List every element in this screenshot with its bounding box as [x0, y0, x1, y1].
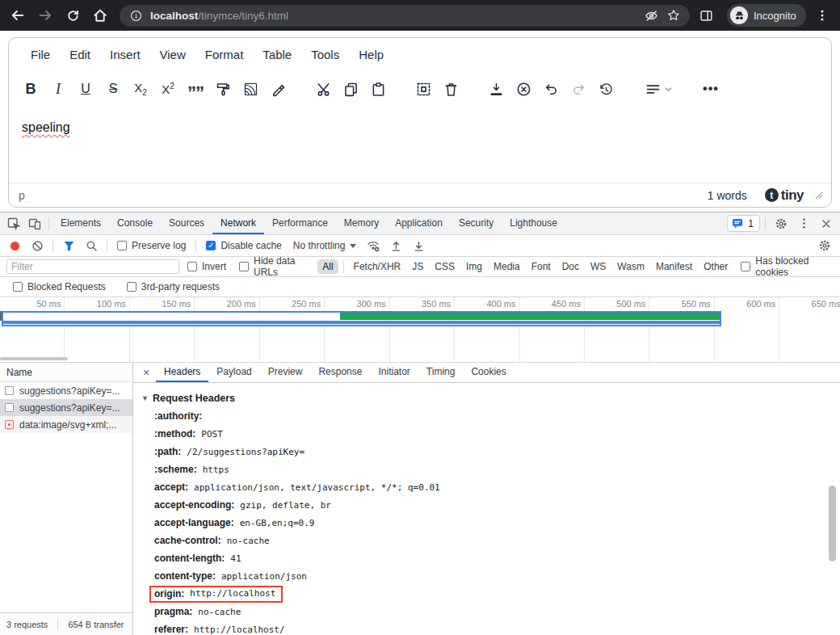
preserve-log-control[interactable]: Preserve log: [112, 240, 191, 251]
toolbar-more-options-button[interactable]: •••: [697, 75, 724, 103]
request-row[interactable]: data:image/svg+xml;...: [0, 416, 132, 433]
toolbar-strikethrough-button[interactable]: S: [99, 75, 127, 103]
toolbar-align-left-dropdown-button[interactable]: [637, 75, 679, 103]
filter-type-media[interactable]: Media: [489, 259, 525, 274]
details-tab-preview[interactable]: Preview: [260, 363, 311, 382]
requests-name-header[interactable]: Name: [0, 363, 132, 382]
disable-cache-control[interactable]: ✓ Disable cache: [201, 240, 286, 251]
toolbar-subscript-button[interactable]: X2: [127, 75, 154, 103]
resize-grip-icon[interactable]: [815, 191, 823, 200]
invert-control[interactable]: Invert: [183, 261, 231, 272]
toolbar-copy-button[interactable]: [337, 75, 364, 103]
filter-type-wasm[interactable]: Wasm: [612, 259, 649, 274]
toolbar-underline-button[interactable]: U: [72, 75, 99, 103]
menu-tools[interactable]: Tools: [302, 43, 348, 66]
menu-file[interactable]: File: [22, 43, 59, 66]
back-icon[interactable]: [6, 4, 29, 27]
devtools-close-icon[interactable]: [816, 215, 837, 233]
devtools-tab-security[interactable]: Security: [451, 212, 502, 234]
details-close-icon[interactable]: ×: [138, 364, 154, 381]
devtools-tab-console[interactable]: Console: [109, 212, 161, 234]
overview-waterfall-bar[interactable]: [2, 311, 721, 326]
toolbar-blockquote-button[interactable]: ””: [182, 75, 209, 103]
request-row[interactable]: suggestions?apiKey=...: [0, 399, 132, 416]
toolbar-bold-button[interactable]: B: [17, 75, 44, 103]
toolbar-select-all-button[interactable]: [410, 75, 437, 103]
third-party-checkbox[interactable]: [127, 282, 136, 292]
browser-menu-icon[interactable]: [811, 4, 834, 27]
menu-help[interactable]: Help: [350, 43, 393, 66]
request-row[interactable]: suggestions?apiKey=...: [0, 382, 132, 399]
toolbar-cancel-button[interactable]: [510, 75, 537, 103]
devtools-tab-lighthouse[interactable]: Lighthouse: [502, 212, 565, 234]
devtools-tab-elements[interactable]: Elements: [52, 212, 109, 234]
menu-view[interactable]: View: [151, 43, 195, 66]
details-tab-timing[interactable]: Timing: [418, 363, 464, 382]
devtools-menu-icon[interactable]: [793, 215, 814, 233]
overview-scroll-thumb[interactable]: [0, 357, 68, 360]
toolbar-redo-button[interactable]: [565, 75, 592, 103]
filter-type-doc[interactable]: Doc: [557, 259, 584, 274]
third-party-control[interactable]: 3rd-party requests: [122, 281, 225, 292]
filter-type-other[interactable]: Other: [699, 259, 733, 274]
toolbar-save-button[interactable]: [482, 75, 510, 103]
details-tab-initiator[interactable]: Initiator: [370, 363, 418, 382]
details-tab-payload[interactable]: Payload: [208, 363, 259, 382]
issues-badge[interactable]: 1: [727, 215, 760, 232]
toolbar-italic-button[interactable]: I: [44, 75, 72, 103]
toolbar-undo-button[interactable]: [537, 75, 565, 103]
devtools-tab-network[interactable]: Network: [212, 212, 264, 234]
incognito-badge[interactable]: Incognito: [727, 4, 806, 27]
forward-icon[interactable]: [34, 4, 57, 27]
invert-checkbox[interactable]: [187, 262, 197, 271]
details-scrollbar-thumb[interactable]: [829, 486, 836, 561]
disable-cache-checkbox[interactable]: ✓: [206, 241, 216, 250]
throttling-dropdown[interactable]: No throttling: [288, 240, 362, 251]
devtools-tab-application[interactable]: Application: [387, 212, 451, 234]
site-info-icon[interactable]: [128, 7, 144, 23]
devtools-settings-icon[interactable]: [771, 215, 792, 233]
hide-data-urls-control[interactable]: Hide data URLs: [234, 255, 314, 278]
element-path[interactable]: p: [19, 189, 25, 202]
devtools-tab-memory[interactable]: Memory: [336, 212, 387, 234]
has-blocked-cookies-checkbox[interactable]: [741, 262, 750, 271]
network-settings-icon[interactable]: [814, 237, 835, 254]
side-panel-icon[interactable]: [695, 4, 717, 27]
record-icon[interactable]: [10, 242, 19, 250]
clear-icon[interactable]: [27, 237, 48, 254]
inspect-element-icon[interactable]: [3, 215, 24, 233]
devtools-tab-sources[interactable]: Sources: [161, 212, 212, 234]
request-headers-section[interactable]: ▼ Request Headers: [141, 389, 840, 407]
toolbar-restore-draft-button[interactable]: [592, 75, 620, 103]
address-bar[interactable]: localhost/tinymce/tiny6.html: [120, 5, 690, 27]
editor-content-area[interactable]: speeling: [9, 107, 831, 183]
toolbar-cut-button[interactable]: [309, 75, 337, 103]
details-tab-cookies[interactable]: Cookies: [463, 363, 514, 382]
toolbar-paste-button[interactable]: [364, 75, 392, 103]
hide-data-urls-checkbox[interactable]: [239, 262, 249, 271]
filter-type-img[interactable]: Img: [461, 259, 487, 274]
device-toolbar-icon[interactable]: [24, 215, 45, 233]
filter-input[interactable]: [6, 259, 179, 274]
details-tab-response[interactable]: Response: [310, 363, 370, 382]
devtools-tab-performance[interactable]: Performance: [264, 212, 336, 234]
filter-type-fetch-xhr[interactable]: Fetch/XHR: [349, 259, 406, 274]
blocked-requests-checkbox[interactable]: [13, 282, 23, 292]
toolbar-format-painter-button[interactable]: [209, 75, 237, 103]
misspelled-word[interactable]: speeling: [22, 120, 70, 134]
network-conditions-icon[interactable]: [363, 237, 384, 254]
filter-type-font[interactable]: Font: [527, 259, 556, 274]
filter-type-js[interactable]: JS: [407, 259, 428, 274]
word-count[interactable]: 1 words: [708, 189, 747, 202]
menu-table[interactable]: Table: [254, 43, 300, 66]
blocked-requests-control[interactable]: Blocked Requests: [8, 281, 111, 292]
preserve-log-checkbox[interactable]: [117, 241, 127, 250]
toolbar-remove-button[interactable]: [437, 75, 464, 103]
has-blocked-cookies-control[interactable]: Has blocked cookies: [736, 255, 834, 278]
network-overview[interactable]: 50 ms100 ms150 ms200 ms250 ms300 ms350 m…: [0, 297, 840, 363]
toolbar-superscript-button[interactable]: X2: [154, 75, 182, 103]
bookmark-star-icon[interactable]: [666, 7, 682, 23]
tiny-branding[interactable]: t tiny: [765, 187, 804, 204]
filter-funnel-icon[interactable]: [58, 237, 79, 254]
menu-format[interactable]: Format: [196, 43, 253, 66]
